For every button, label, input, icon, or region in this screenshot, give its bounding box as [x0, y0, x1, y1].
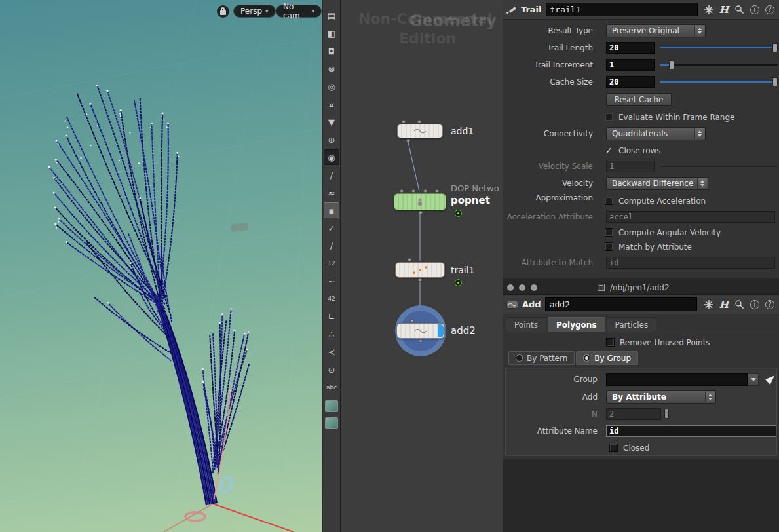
text-overlay-icon[interactable]: abc — [324, 379, 339, 395]
viewport-lock-button[interactable] — [217, 5, 229, 18]
output-connector[interactable] — [418, 278, 422, 282]
cache-size-slider[interactable] — [660, 75, 778, 89]
evaluate-frame-range-checkbox[interactable] — [605, 113, 613, 121]
select-mode-icon[interactable]: ◧ — [324, 26, 339, 41]
remove-unused-points-label: Remove Unused Points — [620, 335, 710, 350]
image-plane-icon[interactable] — [325, 400, 338, 412]
help-icon[interactable]: ? — [765, 5, 774, 14]
tab-points[interactable]: Points — [506, 317, 546, 332]
pane-tabs-icon[interactable]: ▤ — [324, 8, 339, 24]
camera-selector[interactable]: No cam ▾ — [276, 5, 322, 18]
add-node-icon — [413, 127, 427, 135]
attribute-to-match-input[interactable] — [606, 257, 775, 269]
closed-checkbox[interactable] — [609, 444, 618, 452]
brush-icon[interactable]: ≈ — [324, 185, 339, 200]
output-connector[interactable] — [419, 211, 423, 214]
background-image-icon[interactable] — [325, 417, 338, 429]
pin-icon[interactable]: ▼ — [324, 114, 339, 130]
help-icon[interactable]: ? — [765, 300, 774, 309]
acceleration-attribute-input[interactable] — [606, 211, 775, 223]
n-input[interactable] — [606, 408, 661, 420]
node-trail1[interactable] — [395, 262, 445, 278]
group-dropdown-button[interactable] — [748, 373, 759, 386]
select-group-arrow-button[interactable] — [765, 373, 777, 385]
input-connector[interactable] — [408, 258, 411, 261]
pick-tool-icon[interactable]: ◉ — [324, 149, 339, 165]
remove-unused-points-checkbox[interactable] — [606, 338, 615, 347]
gear-icon[interactable] — [704, 300, 713, 309]
node-name-input[interactable] — [545, 297, 697, 311]
by-group-toggle[interactable]: By Group — [576, 351, 638, 365]
select-visible-icon[interactable]: ✓ — [324, 220, 339, 236]
lock-selection-icon[interactable]: ◘ — [324, 43, 339, 59]
attribute-name-input[interactable] — [606, 425, 776, 437]
info-icon[interactable]: i — [750, 5, 759, 14]
hscript-icon[interactable]: H — [719, 299, 729, 311]
output-connector[interactable] — [419, 339, 423, 343]
tab-polygons[interactable]: Polygons — [548, 317, 605, 332]
trail-increment-slider[interactable] — [660, 58, 778, 72]
reset-cache-button[interactable]: Reset Cache — [606, 93, 672, 106]
add-mode-dropdown[interactable]: By Attribute — [606, 390, 716, 404]
pane-control-dot[interactable] — [531, 284, 537, 291]
info-icon[interactable]: i — [750, 300, 759, 309]
result-type-dropdown[interactable]: Preserve Original — [606, 24, 706, 37]
node-name-input[interactable] — [546, 3, 698, 16]
by-pattern-toggle[interactable]: By Pattern — [508, 351, 575, 365]
gear-icon[interactable] — [704, 5, 713, 14]
trail-length-input[interactable] — [606, 42, 655, 54]
input-connector[interactable] — [402, 120, 406, 123]
wave-display-icon[interactable]: ~ — [324, 273, 339, 289]
connectivity-dropdown[interactable]: Quadrilaterals — [606, 127, 706, 140]
tab-particles[interactable]: Particles — [607, 317, 657, 332]
input-connector[interactable] — [435, 189, 439, 193]
velocity-approximation-dropdown[interactable]: Backward Difference — [606, 177, 708, 190]
compute-angular-velocity-checkbox[interactable] — [605, 228, 613, 237]
viewport-topbar: Persp ▾ No cam ▾ — [0, 0, 322, 21]
trail-length-slider[interactable] — [660, 41, 778, 55]
display-flag[interactable] — [438, 324, 444, 337]
input-connector[interactable] — [411, 189, 415, 193]
projection-selector[interactable]: Persp ▾ — [233, 5, 276, 18]
search-icon[interactable] — [734, 5, 744, 14]
point-numbers-icon[interactable]: 12 — [324, 256, 339, 271]
output-connector[interactable] — [406, 139, 410, 142]
input-connector[interactable] — [417, 120, 421, 123]
cache-size-input[interactable] — [606, 76, 655, 88]
pane-control-dot[interactable] — [507, 284, 514, 291]
lasso-icon[interactable]: / — [324, 167, 339, 183]
pane-control-dot[interactable] — [519, 284, 525, 291]
lighting-icon[interactable]: ¤ — [324, 96, 339, 112]
points-display-icon[interactable]: ∴ — [324, 326, 339, 342]
group-input[interactable] — [606, 373, 748, 386]
node-add1[interactable] — [397, 124, 443, 138]
measure-icon[interactable]: ∟ — [324, 309, 339, 324]
compute-acceleration-checkbox[interactable] — [605, 197, 613, 205]
input-connector[interactable] — [400, 189, 404, 193]
pen-icon[interactable]: ∕ — [324, 238, 339, 254]
node-popnet-type-hint: DOP Netwo — [451, 183, 499, 193]
velocity-scale-input[interactable] — [606, 161, 655, 172]
input-connector[interactable] — [423, 189, 427, 193]
search-icon[interactable] — [734, 299, 744, 309]
pane-path-label: /obj/geo1/add2 — [610, 283, 670, 292]
viewport-3d[interactable]: 0 Persp ▾ No cam ▾ — [0, 0, 322, 532]
network-editor[interactable]: Non-Commercial Edition Geometry add1 DOP… — [341, 0, 503, 532]
node-type-label: Trail — [521, 5, 542, 14]
hscript-icon[interactable]: H — [719, 4, 729, 16]
view-tool-icon[interactable]: ◎ — [324, 79, 339, 94]
shaded-mode-icon[interactable]: ⊙ — [324, 362, 339, 377]
node-popnet[interactable] — [394, 193, 446, 210]
visibility-icon[interactable]: ▪ — [324, 202, 339, 218]
trail-increment-input[interactable] — [606, 59, 655, 71]
node-add2[interactable] — [396, 323, 445, 339]
match-by-attribute-checkbox[interactable] — [605, 242, 613, 251]
result-type-row: Result Type Preserve Original — [503, 24, 779, 38]
pane-window-icon — [598, 284, 605, 291]
input-connector[interactable] — [410, 319, 414, 322]
normals-icon[interactable]: ≺ — [324, 344, 339, 360]
prim-numbers-icon[interactable]: 42 — [324, 291, 339, 307]
clear-selection-icon[interactable]: ⊗ — [324, 61, 339, 77]
close-rows-checkbox[interactable]: ✓ — [605, 143, 613, 158]
world-space-icon[interactable]: ⊕ — [324, 132, 339, 147]
